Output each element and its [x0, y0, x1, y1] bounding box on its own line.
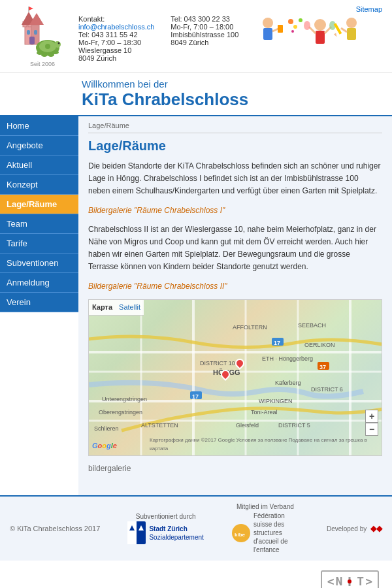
svg-text:SEEBACH: SEEBACH	[298, 322, 326, 329]
sidebar-item-konzept[interactable]: Konzept	[0, 175, 78, 195]
svg-point-32	[304, 21, 310, 30]
map-attribution: Картографски данни ©2017 Google Условия …	[150, 436, 378, 453]
main-layout: Home Angebote Aktuell Konzept Lage/Räume…	[0, 116, 392, 495]
site-logo	[15, 5, 71, 61]
sidebar-item-angebote[interactable]: Angebote	[0, 136, 78, 155]
logo-year: Seit 2006	[30, 61, 55, 67]
sidebar-item-verein[interactable]: Verein	[0, 293, 78, 312]
svg-point-17	[52, 50, 59, 54]
svg-rect-6	[27, 30, 30, 35]
svg-rect-21	[263, 28, 272, 40]
svg-rect-35	[347, 28, 356, 40]
map-background: HÖNGG ETH · Hönggerberg OERLIKON SEEBACH…	[89, 300, 382, 455]
stadt-zurich-logo	[127, 521, 146, 544]
svg-point-11	[45, 44, 50, 49]
contact-2: Tel: 043 300 22 33 Mo-Fr, 7:00 – 18:00 I…	[171, 15, 238, 62]
map-zoom-in[interactable]: +	[365, 410, 378, 423]
header-illustrations	[255, 15, 366, 62]
svg-text:37: 37	[319, 364, 326, 370]
svg-text:17: 17	[274, 340, 280, 346]
bildergalerie-text: bildergalerie	[88, 463, 382, 475]
svg-text:DISTRICT 5: DISTRICT 5	[278, 422, 310, 429]
map-svg: HÖNGG ETH · Hönggerberg OERLIKON SEEBACH…	[89, 300, 382, 455]
svg-text:DISTRICT 6: DISTRICT 6	[311, 386, 343, 393]
paragraph-2: Chrabelschloss II ist an der Wieslergass…	[88, 223, 382, 274]
nit-logo: < N T >	[321, 570, 379, 588]
svg-text:ETH · Hönggerberg: ETH · Hönggerberg	[262, 355, 313, 362]
svg-text:Oberengstringen: Oberengstringen	[99, 409, 142, 416]
svg-marker-19	[29, 7, 33, 10]
footer-copyright: © KiTa Chrabelschloss 2017	[10, 525, 100, 532]
svg-rect-7	[34, 30, 37, 35]
footer-developed: Developed by ◆◆	[327, 524, 382, 533]
gallery-link-2[interactable]: Bildergalerie "Räume Chrabelschloss II"	[88, 280, 382, 293]
sidebar-item-team[interactable]: Team	[0, 214, 78, 234]
svg-text:Gleisfeld: Gleisfeld	[236, 422, 259, 429]
mitglied-label: Mitglied im Verband	[237, 503, 294, 510]
svg-point-15	[41, 53, 48, 57]
svg-rect-71	[127, 521, 137, 544]
logo-area: Seit 2006	[7, 5, 78, 67]
svg-point-20	[263, 18, 273, 28]
svg-text:kibe: kibe	[235, 532, 246, 538]
header: Seit 2006 Sitemap Kontakt: info@chrabels…	[0, 0, 392, 73]
svg-rect-23	[278, 25, 283, 33]
svg-point-12	[54, 41, 61, 48]
sidebar-item-subventionen[interactable]: Subventionen	[0, 253, 78, 273]
svg-text:WIPKINGEN: WIPKINGEN	[259, 398, 293, 404]
svg-rect-29	[316, 31, 325, 44]
svg-text:17: 17	[192, 393, 199, 400]
kibesuisse-logo: kibe	[231, 523, 251, 543]
gallery-link-1[interactable]: Bildergalerie "Räume Chrabelschloss I"	[88, 204, 382, 217]
site-title: Willkommen bei der KiTa Chrabelschloss	[82, 78, 248, 110]
sidebar-item-anmeldung[interactable]: Anmeldung	[0, 273, 78, 293]
svg-text:Unterengstringen: Unterengstringen	[102, 396, 147, 402]
sidebar-item-tarife[interactable]: Tarife	[0, 234, 78, 253]
subvent-label: Subventioniert durch	[136, 513, 196, 520]
google-logo: Google	[92, 440, 117, 452]
svg-text:Toni-Areal: Toni-Areal	[251, 409, 278, 416]
sidebar-item-aktuell[interactable]: Aktuell	[0, 155, 78, 175]
map-tab-bar: Карта Satellit	[89, 300, 144, 316]
svg-point-77	[348, 580, 351, 583]
map-container[interactable]: HÖNGG ETH · Hönggerberg OERLIKON SEEBACH…	[88, 299, 382, 456]
map-tab-karta[interactable]: Карта	[92, 302, 112, 314]
svg-text:ALTSTETTEN: ALTSTETTEN	[141, 422, 178, 429]
sidebar: Home Angebote Aktuell Konzept Lage/Räume…	[0, 116, 78, 495]
svg-point-25	[293, 25, 297, 29]
map-zoom-out[interactable]: −	[365, 423, 378, 436]
sitemap-link[interactable]: Sitemap	[78, 5, 385, 13]
page-title: Lage/Räume	[88, 139, 382, 154]
footer-mitglied: Mitglied im Verband kibe Fédération suis…	[231, 503, 299, 554]
svg-point-34	[346, 18, 357, 28]
svg-point-26	[299, 18, 302, 22]
svg-text:DISTRICT 10: DISTRICT 10	[200, 360, 235, 367]
paragraph-1: Die beiden Standorte der KiTA Chrabelsch…	[88, 160, 382, 198]
svg-text:AFFOLTERN: AFFOLTERN	[233, 324, 267, 331]
contact-email[interactable]: info@chrabelschloss.ch	[78, 23, 154, 31]
footer: © KiTa Chrabelschloss 2017 Subventionier…	[0, 495, 392, 561]
sidebar-item-home[interactable]: Home	[0, 116, 78, 136]
svg-text:Schlieren: Schlieren	[94, 425, 119, 432]
sidebar-item-lage[interactable]: Lage/Räume	[0, 195, 78, 214]
svg-line-36	[341, 28, 347, 32]
contact-1: Kontakt: info@chrabelschloss.ch Tel: 043…	[78, 15, 154, 62]
svg-point-13	[57, 42, 59, 44]
breadcrumb: Lage/Räume	[88, 122, 382, 133]
title-section: Willkommen bei der KiTa Chrabelschloss	[0, 73, 392, 116]
svg-marker-38	[334, 33, 338, 37]
bottom-logo-area: < N T >	[0, 561, 392, 588]
nit-i-icon	[344, 576, 355, 587]
content-area: Lage/Räume Lage/Räume Die beiden Standor…	[78, 116, 392, 495]
svg-line-30	[309, 27, 316, 33]
map-controls: + −	[365, 410, 378, 436]
svg-point-24	[288, 19, 293, 24]
footer-subvent: Subventioniert durch Stadt ZürichSoziald…	[127, 513, 203, 544]
svg-rect-8	[29, 37, 35, 44]
svg-point-28	[314, 19, 326, 31]
map-tab-satellit[interactable]: Satellit	[119, 302, 140, 314]
svg-text:OERLIKON: OERLIKON	[304, 342, 335, 348]
svg-point-27	[291, 30, 294, 33]
page-content: Die beiden Standorte der KiTA Chrabelsch…	[88, 160, 382, 475]
svg-text:Käferberg: Käferberg	[275, 380, 301, 386]
